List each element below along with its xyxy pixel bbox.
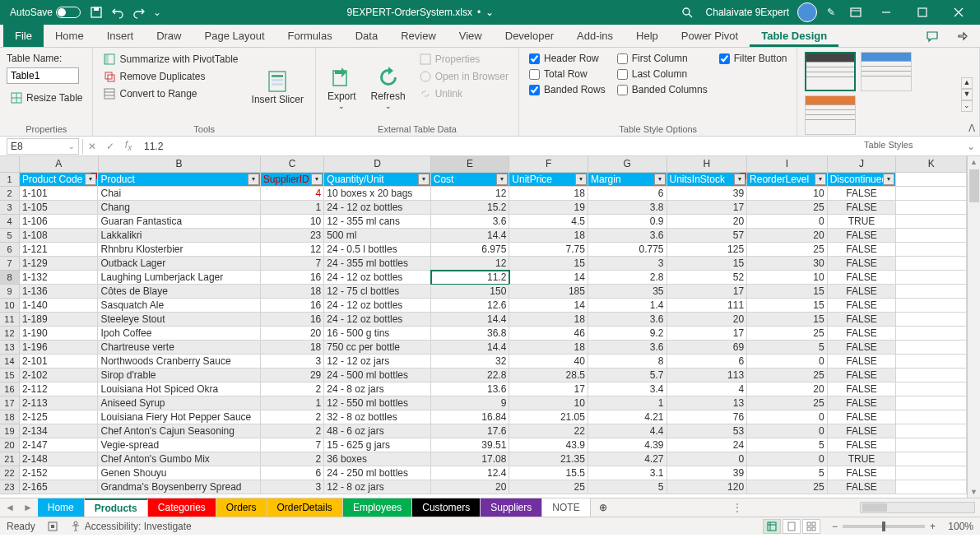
- cell[interactable]: 120: [667, 480, 748, 494]
- tab-page-layout[interactable]: Page Layout: [193, 25, 276, 47]
- banded-rows-checkbox[interactable]: Banded Rows: [526, 82, 609, 97]
- cell[interactable]: [896, 201, 967, 215]
- total-row-checkbox[interactable]: Total Row: [526, 67, 609, 81]
- cell[interactable]: 11.2: [431, 271, 510, 285]
- cell[interactable]: 57: [667, 229, 748, 243]
- col-header-I[interactable]: I: [747, 156, 828, 173]
- filter-dropdown-icon[interactable]: ▾: [654, 174, 666, 185]
- cell[interactable]: 20: [261, 327, 325, 341]
- tab-view[interactable]: View: [448, 25, 494, 47]
- cell[interactable]: 2: [261, 424, 325, 438]
- sheet-tab-employees[interactable]: Employees: [343, 498, 412, 517]
- cell[interactable]: 25: [747, 396, 828, 410]
- cell[interactable]: 24 - 355 ml bottles: [324, 257, 430, 271]
- cell[interactable]: 39.51: [431, 438, 510, 452]
- cell[interactable]: 23: [261, 229, 325, 243]
- cell[interactable]: TRUE: [828, 452, 897, 466]
- cell[interactable]: 18: [509, 229, 588, 243]
- cell[interactable]: 6: [588, 187, 667, 201]
- comments-icon[interactable]: [917, 27, 947, 47]
- cell[interactable]: 35: [588, 285, 667, 299]
- table-header-cost[interactable]: Cost▾: [431, 173, 510, 187]
- cell[interactable]: [896, 341, 967, 355]
- cell[interactable]: 0.9: [588, 215, 667, 229]
- cell[interactable]: 3.6: [431, 215, 510, 229]
- table-header-unitprice[interactable]: UnitPrice▾: [509, 173, 588, 187]
- cell[interactable]: [896, 271, 967, 285]
- cell[interactable]: 10 boxes x 20 bags: [324, 187, 430, 201]
- cell[interactable]: 13.6: [431, 382, 510, 396]
- cell[interactable]: 8: [588, 355, 667, 369]
- cell[interactable]: 3: [261, 355, 325, 369]
- new-sheet-button[interactable]: ⊕: [591, 498, 615, 517]
- cell[interactable]: [896, 299, 967, 313]
- tab-home[interactable]: Home: [44, 25, 95, 47]
- cell[interactable]: 1: [261, 201, 325, 215]
- cell[interactable]: [896, 215, 967, 229]
- cell[interactable]: FALSE: [828, 285, 897, 299]
- cell[interactable]: 9.2: [588, 327, 667, 341]
- filter-dropdown-icon[interactable]: ▾: [248, 174, 259, 185]
- cell[interactable]: 18: [261, 341, 325, 355]
- tab-help[interactable]: Help: [625, 25, 670, 47]
- cell[interactable]: 76: [667, 410, 748, 424]
- cell[interactable]: FALSE: [828, 187, 897, 201]
- remove-duplicates-button[interactable]: Remove Duplicates: [100, 68, 241, 85]
- cell[interactable]: TRUE: [828, 215, 897, 229]
- cell[interactable]: 21.35: [509, 452, 588, 466]
- cell[interactable]: Lakkalikri: [98, 229, 260, 243]
- cell[interactable]: 4: [261, 187, 325, 201]
- cell[interactable]: 46: [509, 327, 588, 341]
- cell[interactable]: 17.08: [431, 452, 510, 466]
- cell[interactable]: 3.4: [588, 382, 667, 396]
- cell[interactable]: [896, 396, 967, 410]
- tab-power-pivot[interactable]: Power Pivot: [670, 25, 750, 47]
- cell[interactable]: 24 - 0.5 l bottles: [324, 243, 430, 257]
- accessibility-status[interactable]: Accessibility: Investigate: [70, 521, 192, 532]
- cell[interactable]: 52: [667, 271, 748, 285]
- cell[interactable]: [896, 466, 967, 480]
- cell[interactable]: 15.5: [509, 466, 588, 480]
- cell[interactable]: 13: [667, 396, 748, 410]
- first-column-checkbox[interactable]: First Column: [614, 51, 711, 66]
- tab-developer[interactable]: Developer: [494, 25, 565, 47]
- name-box[interactable]: E8 ⌄: [7, 138, 79, 155]
- cell[interactable]: 1-190: [20, 327, 99, 341]
- sheet-tab-home[interactable]: Home: [38, 498, 85, 517]
- cell[interactable]: 25: [747, 201, 828, 215]
- cell[interactable]: Louisiana Hot Spiced Okra: [98, 382, 260, 396]
- cell[interactable]: FALSE: [828, 466, 897, 480]
- cell[interactable]: 12.4: [431, 466, 510, 480]
- row-header[interactable]: 22: [0, 466, 20, 480]
- cell[interactable]: 25: [747, 369, 828, 382]
- cell[interactable]: 18: [509, 341, 588, 355]
- row-header[interactable]: 14: [0, 355, 20, 369]
- cell[interactable]: Sasquatch Ale: [98, 299, 260, 313]
- cell[interactable]: 20: [667, 313, 748, 327]
- cell[interactable]: Ipoh Coffee: [98, 327, 260, 341]
- table-header-supplierid[interactable]: SupplierID▾: [261, 173, 325, 187]
- cell[interactable]: 12: [261, 243, 325, 257]
- sheet-tab-suppliers[interactable]: Suppliers: [481, 498, 542, 517]
- row-header[interactable]: 4: [0, 215, 20, 229]
- col-header-B[interactable]: B: [99, 156, 261, 173]
- cell[interactable]: Sirop d'rable: [98, 369, 260, 382]
- cell[interactable]: [896, 229, 967, 243]
- cell[interactable]: 22: [509, 424, 588, 438]
- cell[interactable]: 4.27: [588, 452, 667, 466]
- cell[interactable]: FALSE: [828, 257, 897, 271]
- filter-dropdown-icon[interactable]: ▾: [85, 174, 96, 185]
- cell[interactable]: FALSE: [828, 480, 897, 494]
- convert-range-button[interactable]: Convert to Range: [100, 86, 241, 102]
- sheet-tab-note[interactable]: NOTE: [542, 498, 590, 517]
- cell[interactable]: 14.4: [431, 313, 510, 327]
- cell[interactable]: 2-165: [20, 480, 99, 494]
- cell[interactable]: FALSE: [828, 271, 897, 285]
- row-header[interactable]: 23: [0, 480, 20, 494]
- row-header[interactable]: 3: [0, 201, 20, 215]
- resize-table-button[interactable]: Resize Table: [7, 90, 86, 106]
- cell[interactable]: Chef Anton's Cajun Seasoning: [98, 424, 260, 438]
- qat-dropdown-icon[interactable]: ⌄: [150, 7, 165, 18]
- cell[interactable]: FALSE: [828, 410, 897, 424]
- avatar[interactable]: [797, 2, 817, 22]
